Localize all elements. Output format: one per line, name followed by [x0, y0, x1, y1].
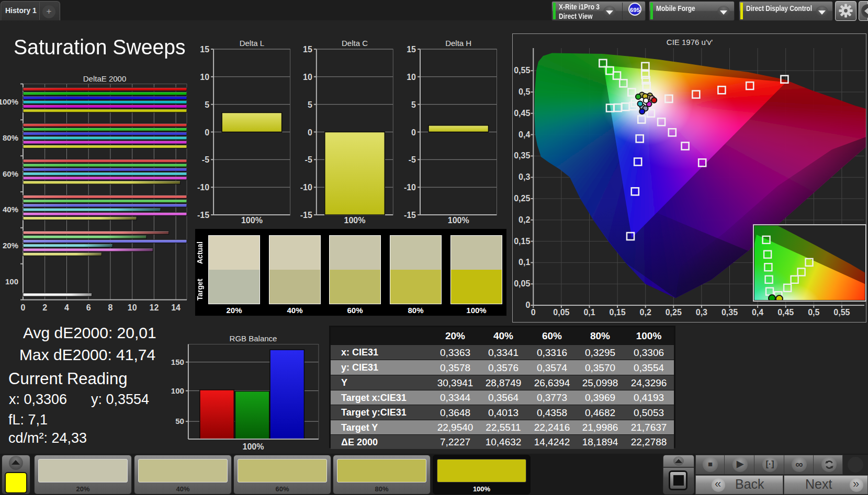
svg-text:0,2: 0,2	[518, 215, 530, 224]
svg-text:0,05: 0,05	[553, 308, 569, 317]
svg-text:15: 15	[407, 45, 416, 54]
svg-text:0,5: 0,5	[518, 87, 530, 96]
svg-text:-10: -10	[300, 183, 312, 192]
svg-text:0: 0	[21, 303, 26, 312]
svg-text:80%: 80%	[3, 133, 18, 142]
svg-text:-5: -5	[305, 155, 312, 164]
svg-text:-5: -5	[202, 155, 209, 164]
svg-text:Delta L: Delta L	[240, 39, 265, 48]
svg-text:0,1: 0,1	[518, 258, 530, 267]
svg-text:15: 15	[303, 45, 312, 54]
svg-text:4: 4	[64, 303, 69, 312]
svg-text:0,35: 0,35	[722, 308, 738, 317]
svg-text:0: 0	[411, 128, 416, 137]
svg-text:10: 10	[303, 73, 312, 82]
svg-text:0,55: 0,55	[833, 308, 850, 317]
svg-text:DeltaE 2000: DeltaE 2000	[83, 74, 127, 83]
svg-text:10: 10	[200, 73, 209, 82]
svg-text:8: 8	[108, 303, 112, 312]
svg-text:14: 14	[171, 303, 181, 312]
svg-text:CIE 1976 u'v': CIE 1976 u'v'	[667, 38, 713, 47]
svg-text:10: 10	[407, 73, 416, 82]
svg-text:100%: 100%	[241, 216, 263, 225]
svg-text:0,4: 0,4	[752, 308, 763, 317]
svg-text:20%: 20%	[3, 241, 18, 250]
svg-text:0,35: 0,35	[514, 151, 530, 160]
svg-text:0: 0	[308, 128, 312, 137]
svg-text:100%: 100%	[0, 97, 18, 106]
svg-text:50: 50	[175, 417, 184, 425]
svg-text:RGB Balance: RGB Balance	[230, 334, 277, 343]
svg-text:0,25: 0,25	[666, 308, 682, 317]
svg-text:-10: -10	[197, 183, 209, 192]
svg-text:0,3: 0,3	[696, 308, 707, 317]
svg-text:6: 6	[86, 303, 91, 312]
svg-text:-10: -10	[404, 183, 416, 192]
svg-text:100%: 100%	[344, 216, 366, 225]
svg-text:0: 0	[525, 301, 530, 309]
svg-text:0,2: 0,2	[640, 308, 651, 317]
svg-text:Delta H: Delta H	[445, 39, 471, 48]
svg-text:-15: -15	[404, 211, 416, 220]
svg-text:15: 15	[200, 45, 209, 54]
svg-text:5: 5	[411, 100, 416, 109]
svg-text:100%: 100%	[243, 442, 264, 451]
svg-text:0,4: 0,4	[518, 130, 530, 139]
svg-text:0: 0	[205, 128, 209, 137]
svg-text:100: 100	[171, 386, 184, 395]
svg-text:0,05: 0,05	[514, 279, 530, 288]
svg-text:0,3: 0,3	[518, 172, 530, 181]
svg-text:40%: 40%	[3, 205, 18, 214]
svg-text:0,15: 0,15	[610, 308, 626, 317]
svg-text:5: 5	[205, 100, 209, 109]
svg-text:-5: -5	[409, 155, 416, 164]
svg-text:10: 10	[128, 303, 137, 312]
svg-text:2: 2	[42, 303, 47, 312]
svg-text:12: 12	[150, 303, 159, 312]
svg-text:0,1: 0,1	[583, 308, 595, 317]
svg-text:150: 150	[171, 358, 184, 366]
svg-text:0,15: 0,15	[514, 237, 530, 246]
svg-text:0,55: 0,55	[514, 66, 530, 75]
svg-text:0,25: 0,25	[514, 194, 530, 203]
svg-text:0,45: 0,45	[777, 308, 794, 317]
svg-text:-15: -15	[197, 211, 209, 220]
svg-text:60%: 60%	[3, 169, 18, 178]
svg-text:5: 5	[308, 100, 312, 109]
svg-text:100: 100	[5, 277, 18, 286]
svg-text:0,45: 0,45	[514, 109, 530, 118]
svg-text:0: 0	[531, 308, 536, 317]
svg-text:100%: 100%	[448, 216, 469, 225]
svg-text:-15: -15	[300, 211, 312, 220]
svg-text:Delta C: Delta C	[342, 39, 368, 48]
svg-text:0,5: 0,5	[808, 308, 819, 317]
